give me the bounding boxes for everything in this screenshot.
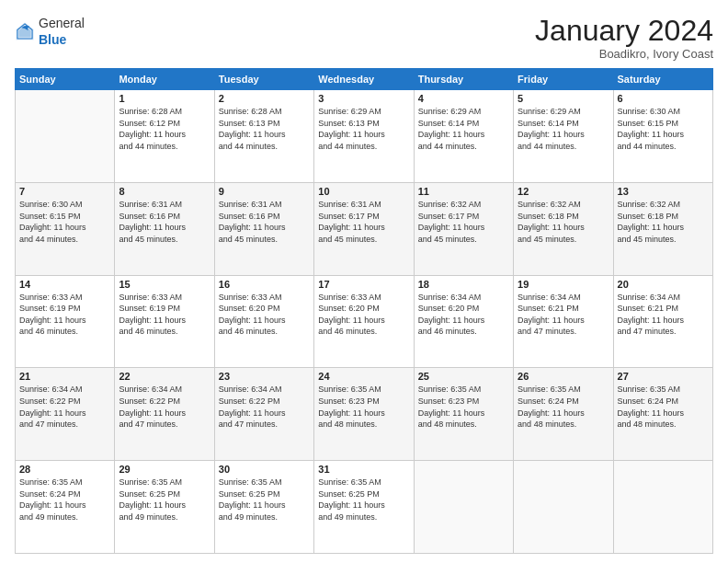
calendar-cell: 29Sunrise: 6:35 AMSunset: 6:25 PMDayligh… xyxy=(115,461,214,554)
calendar-cell: 19Sunrise: 6:34 AMSunset: 6:21 PMDayligh… xyxy=(514,275,613,368)
calendar-cell: 5Sunrise: 6:29 AMSunset: 6:14 PMDaylight… xyxy=(514,90,613,183)
weekday-header-thursday: Thursday xyxy=(414,69,513,90)
calendar-cell: 6Sunrise: 6:30 AMSunset: 6:15 PMDaylight… xyxy=(613,90,712,183)
weekday-header-friday: Friday xyxy=(514,69,613,90)
weekday-header-row: SundayMondayTuesdayWednesdayThursdayFrid… xyxy=(16,69,713,90)
calendar-cell xyxy=(414,461,513,554)
day-info: Sunrise: 6:35 AMSunset: 6:24 PMDaylight:… xyxy=(518,384,609,430)
calendar-cell: 25Sunrise: 6:35 AMSunset: 6:23 PMDayligh… xyxy=(414,368,513,461)
calendar-week-row: 1Sunrise: 6:28 AMSunset: 6:12 PMDaylight… xyxy=(16,90,713,183)
day-info: Sunrise: 6:31 AMSunset: 6:16 PMDaylight:… xyxy=(119,199,210,245)
day-number: 14 xyxy=(19,279,110,290)
day-number: 22 xyxy=(119,371,210,382)
day-info: Sunrise: 6:35 AMSunset: 6:25 PMDaylight:… xyxy=(318,477,409,523)
day-info: Sunrise: 6:33 AMSunset: 6:20 PMDaylight:… xyxy=(219,292,310,338)
calendar-cell: 3Sunrise: 6:29 AMSunset: 6:13 PMDaylight… xyxy=(314,90,414,183)
calendar-cell: 20Sunrise: 6:34 AMSunset: 6:21 PMDayligh… xyxy=(613,275,712,368)
day-number: 17 xyxy=(318,279,409,290)
calendar-cell: 24Sunrise: 6:35 AMSunset: 6:23 PMDayligh… xyxy=(314,368,414,461)
calendar-cell xyxy=(514,461,613,554)
day-number: 9 xyxy=(219,186,310,197)
calendar-cell: 17Sunrise: 6:33 AMSunset: 6:20 PMDayligh… xyxy=(314,275,414,368)
day-info: Sunrise: 6:35 AMSunset: 6:24 PMDaylight:… xyxy=(618,384,709,430)
day-number: 20 xyxy=(618,279,709,290)
calendar-cell: 14Sunrise: 6:33 AMSunset: 6:19 PMDayligh… xyxy=(16,275,115,368)
calendar-cell: 16Sunrise: 6:33 AMSunset: 6:20 PMDayligh… xyxy=(214,275,313,368)
day-number: 27 xyxy=(618,371,709,382)
title-area: January 2024 Boadikro, Ivory Coast xyxy=(535,15,713,61)
calendar-table: SundayMondayTuesdayWednesdayThursdayFrid… xyxy=(15,68,713,554)
day-number: 2 xyxy=(219,93,310,104)
day-info: Sunrise: 6:28 AMSunset: 6:12 PMDaylight:… xyxy=(119,106,210,152)
day-number: 12 xyxy=(518,186,609,197)
calendar-week-row: 28Sunrise: 6:35 AMSunset: 6:24 PMDayligh… xyxy=(16,461,713,554)
day-info: Sunrise: 6:34 AMSunset: 6:22 PMDaylight:… xyxy=(219,384,310,430)
day-number: 1 xyxy=(119,93,210,104)
day-number: 10 xyxy=(318,186,409,197)
day-info: Sunrise: 6:31 AMSunset: 6:16 PMDaylight:… xyxy=(219,199,310,245)
day-number: 31 xyxy=(318,464,409,475)
calendar-cell: 31Sunrise: 6:35 AMSunset: 6:25 PMDayligh… xyxy=(314,461,414,554)
calendar-week-row: 7Sunrise: 6:30 AMSunset: 6:15 PMDaylight… xyxy=(16,182,713,275)
day-info: Sunrise: 6:32 AMSunset: 6:18 PMDaylight:… xyxy=(518,199,609,245)
page: General Blue January 2024 Boadikro, Ivor… xyxy=(0,0,728,563)
calendar-cell: 30Sunrise: 6:35 AMSunset: 6:25 PMDayligh… xyxy=(214,461,313,554)
day-number: 30 xyxy=(219,464,310,475)
calendar-cell: 21Sunrise: 6:34 AMSunset: 6:22 PMDayligh… xyxy=(16,368,115,461)
calendar-cell: 27Sunrise: 6:35 AMSunset: 6:24 PMDayligh… xyxy=(613,368,712,461)
month-title: January 2024 xyxy=(535,15,713,47)
day-number: 15 xyxy=(119,279,210,290)
day-info: Sunrise: 6:33 AMSunset: 6:19 PMDaylight:… xyxy=(119,292,210,338)
day-info: Sunrise: 6:29 AMSunset: 6:14 PMDaylight:… xyxy=(518,106,609,152)
day-number: 16 xyxy=(219,279,310,290)
day-number: 28 xyxy=(19,464,110,475)
day-number: 4 xyxy=(418,93,509,104)
generalblue-icon xyxy=(15,21,35,41)
day-info: Sunrise: 6:31 AMSunset: 6:17 PMDaylight:… xyxy=(318,199,409,245)
calendar-week-row: 14Sunrise: 6:33 AMSunset: 6:19 PMDayligh… xyxy=(16,275,713,368)
day-number: 24 xyxy=(318,371,409,382)
day-info: Sunrise: 6:35 AMSunset: 6:25 PMDaylight:… xyxy=(219,477,310,523)
day-info: Sunrise: 6:34 AMSunset: 6:21 PMDaylight:… xyxy=(618,292,709,338)
day-info: Sunrise: 6:29 AMSunset: 6:14 PMDaylight:… xyxy=(418,106,509,152)
day-number: 26 xyxy=(518,371,609,382)
logo: General Blue xyxy=(15,15,85,48)
calendar-cell: 8Sunrise: 6:31 AMSunset: 6:16 PMDaylight… xyxy=(115,182,214,275)
day-number: 6 xyxy=(618,93,709,104)
header: General Blue January 2024 Boadikro, Ivor… xyxy=(15,15,713,61)
calendar-week-row: 21Sunrise: 6:34 AMSunset: 6:22 PMDayligh… xyxy=(16,368,713,461)
day-number: 18 xyxy=(418,279,509,290)
calendar-cell: 18Sunrise: 6:34 AMSunset: 6:20 PMDayligh… xyxy=(414,275,513,368)
day-info: Sunrise: 6:35 AMSunset: 6:23 PMDaylight:… xyxy=(318,384,409,430)
calendar-cell: 1Sunrise: 6:28 AMSunset: 6:12 PMDaylight… xyxy=(115,90,214,183)
day-number: 5 xyxy=(518,93,609,104)
calendar-cell: 4Sunrise: 6:29 AMSunset: 6:14 PMDaylight… xyxy=(414,90,513,183)
day-info: Sunrise: 6:29 AMSunset: 6:13 PMDaylight:… xyxy=(318,106,409,152)
day-info: Sunrise: 6:34 AMSunset: 6:22 PMDaylight:… xyxy=(119,384,210,430)
day-info: Sunrise: 6:34 AMSunset: 6:22 PMDaylight:… xyxy=(19,384,110,430)
calendar-cell: 23Sunrise: 6:34 AMSunset: 6:22 PMDayligh… xyxy=(214,368,313,461)
calendar-cell: 12Sunrise: 6:32 AMSunset: 6:18 PMDayligh… xyxy=(514,182,613,275)
calendar-cell: 26Sunrise: 6:35 AMSunset: 6:24 PMDayligh… xyxy=(514,368,613,461)
day-info: Sunrise: 6:33 AMSunset: 6:20 PMDaylight:… xyxy=(318,292,409,338)
day-info: Sunrise: 6:34 AMSunset: 6:20 PMDaylight:… xyxy=(418,292,509,338)
day-info: Sunrise: 6:35 AMSunset: 6:24 PMDaylight:… xyxy=(19,477,110,523)
day-info: Sunrise: 6:32 AMSunset: 6:18 PMDaylight:… xyxy=(618,199,709,245)
calendar-cell: 2Sunrise: 6:28 AMSunset: 6:13 PMDaylight… xyxy=(214,90,313,183)
day-info: Sunrise: 6:28 AMSunset: 6:13 PMDaylight:… xyxy=(219,106,310,152)
day-info: Sunrise: 6:35 AMSunset: 6:23 PMDaylight:… xyxy=(418,384,509,430)
day-info: Sunrise: 6:34 AMSunset: 6:21 PMDaylight:… xyxy=(518,292,609,338)
day-number: 19 xyxy=(518,279,609,290)
calendar-cell xyxy=(16,90,115,183)
calendar-cell: 7Sunrise: 6:30 AMSunset: 6:15 PMDaylight… xyxy=(16,182,115,275)
calendar-cell: 15Sunrise: 6:33 AMSunset: 6:19 PMDayligh… xyxy=(115,275,214,368)
logo-blue: Blue xyxy=(39,32,66,47)
weekday-header-saturday: Saturday xyxy=(613,69,712,90)
day-info: Sunrise: 6:32 AMSunset: 6:17 PMDaylight:… xyxy=(418,199,509,245)
day-number: 7 xyxy=(19,186,110,197)
calendar-cell: 11Sunrise: 6:32 AMSunset: 6:17 PMDayligh… xyxy=(414,182,513,275)
day-number: 25 xyxy=(418,371,509,382)
day-number: 21 xyxy=(19,371,110,382)
calendar-cell: 13Sunrise: 6:32 AMSunset: 6:18 PMDayligh… xyxy=(613,182,712,275)
day-info: Sunrise: 6:30 AMSunset: 6:15 PMDaylight:… xyxy=(19,199,110,245)
